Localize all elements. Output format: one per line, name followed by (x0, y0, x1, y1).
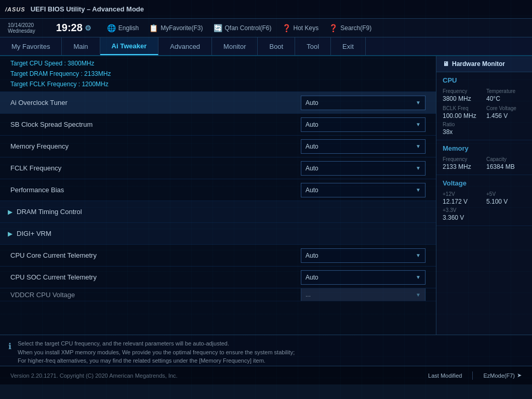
info-line1: Select the target CPU frequency, and the… (18, 339, 295, 348)
qfan-button[interactable]: 🔄 Qfan Control(F6) (214, 24, 272, 32)
target-dram-freq: Target DRAM Frequency : 2133MHz (10, 69, 425, 79)
v5-label: +5V (486, 191, 526, 197)
cpu-soc-telemetry-dropdown[interactable]: Auto ▼ (301, 270, 425, 285)
myfavorite-label: MyFavorite(F3) (161, 24, 203, 32)
vddcr-value: ... ▼ (301, 288, 425, 301)
cpu-soc-telemetry-label: CPU SOC Current Telemetry (10, 273, 301, 281)
settings-gear-icon[interactable]: ⚙ (85, 24, 91, 32)
footer-divider (472, 371, 473, 380)
memory-frequency-value: Auto ▼ (301, 139, 425, 154)
memory-metrics-grid: Frequency 2133 MHz Capacity 16384 MB (443, 156, 526, 170)
datetime-nav-bar: 10/14/2020 Wednesday 19:28 ⚙ 🌐 English 📋… (0, 19, 532, 37)
info-line3: For higher-freq alternatives, you may fi… (18, 356, 295, 365)
ez-mode-button[interactable]: EzMode(F7) ➤ (483, 372, 522, 379)
ai-overclock-label: Ai Overclock Tuner (10, 99, 301, 107)
sb-clock-dropdown[interactable]: Auto ▼ (301, 117, 425, 132)
memory-capacity-label: Capacity (486, 156, 526, 162)
digi-vrm-section[interactable]: ▶ DIGI+ VRM (0, 223, 436, 245)
memory-capacity-value: 16384 MB (486, 163, 526, 170)
search-icon: ❓ (329, 24, 338, 32)
version-text: Version 2.20.1271. Copyright (C) 2020 Am… (10, 373, 178, 379)
dram-timing-label: DRAM Timing Control (17, 208, 82, 216)
globe-icon: 🌐 (107, 24, 116, 32)
cpu-corevoltage-value: 1.456 V (486, 112, 526, 119)
v5-value: 5.100 V (486, 198, 526, 205)
info-icon: ℹ (8, 340, 11, 353)
last-modified-button[interactable]: Last Modified (428, 373, 462, 379)
cpu-soc-telemetry-value: Auto ▼ (301, 270, 425, 285)
footer: Version 2.20.1271. Copyright (C) 2020 Am… (0, 366, 532, 384)
search-button[interactable]: ❓ Search(F9) (329, 24, 371, 32)
cpu-metrics-grid: Frequency 3800 MHz Temperature 40°C BCLK… (443, 88, 526, 119)
info-text: Select the target CPU frequency, and the… (18, 339, 295, 365)
cpu-bclk-value: 100.00 MHz (443, 112, 482, 119)
memory-section-title: Memory (443, 144, 526, 152)
memory-section: Memory Frequency 2133 MHz Capacity 16384… (436, 140, 532, 175)
cpu-section-title: CPU (443, 76, 526, 84)
performance-bias-value: Auto ▼ (301, 183, 425, 197)
performance-bias-label: Performance Bias (10, 186, 301, 194)
date-line2: Wednesday (8, 28, 35, 34)
vddcr-dropdown[interactable]: ... ▼ (301, 288, 425, 301)
hotkeys-button[interactable]: ❓ Hot Keys (282, 24, 319, 32)
expand-arrow-icon: ▶ (8, 208, 12, 216)
language-button[interactable]: 🌐 English (107, 24, 139, 32)
dropdown-arrow-icon: ▼ (416, 100, 421, 105)
target-cpu-speed: Target CPU Speed : 3800MHz (10, 58, 425, 69)
nav-exit[interactable]: Exit (331, 37, 366, 55)
cpu-core-telemetry-label: CPU Core Current Telemetry (10, 251, 301, 259)
nav-aitweaker[interactable]: Ai Tweaker (100, 37, 159, 55)
dropdown-arrow-icon: ▼ (416, 165, 421, 171)
memory-frequency-item: Frequency 2133 MHz (443, 156, 482, 170)
brand-name: /ASUS (5, 6, 25, 12)
cpu-temperature-label: Temperature (486, 88, 526, 94)
memory-frequency-row: Memory Frequency Auto ▼ (0, 136, 436, 157)
sb-clock-label: SB Clock Spread Spectrum (10, 121, 301, 128)
cpu-temperature-item: Temperature 40°C (486, 88, 526, 102)
v12-item: +12V 12.172 V (443, 191, 482, 205)
nav-tool[interactable]: Tool (295, 37, 331, 55)
dram-timing-section[interactable]: ▶ DRAM Timing Control (0, 201, 436, 223)
ez-mode-icon: ➤ (517, 372, 522, 379)
expand-arrow-icon: ▶ (8, 230, 12, 237)
search-label: Search(F9) (340, 24, 371, 32)
qfan-label: Qfan Control(F6) (225, 24, 272, 32)
myfavorite-button[interactable]: 📋 MyFavorite(F3) (149, 24, 203, 32)
cpu-core-telemetry-row: CPU Core Current Telemetry Auto ▼ (0, 245, 436, 267)
memory-frequency-dropdown[interactable]: Auto ▼ (301, 139, 425, 154)
nav-monitor[interactable]: Monitor (212, 37, 258, 55)
nav-advanced[interactable]: Advanced (158, 37, 212, 55)
v33-label: +3.3V (443, 207, 526, 213)
memory-frequency-value: 2133 MHz (443, 163, 482, 170)
cpu-bclk-label: BCLK Freq (443, 105, 482, 111)
fclk-frequency-value: Auto ▼ (301, 161, 425, 176)
top-nav: 🌐 English 📋 MyFavorite(F3) 🔄 Qfan Contro… (107, 24, 371, 32)
nav-main[interactable]: Main (62, 37, 100, 55)
v12-label: +12V (443, 191, 482, 197)
v33-item: +3.3V 3.360 V (443, 207, 526, 221)
dropdown-arrow-icon: ▼ (416, 252, 421, 258)
ai-overclock-dropdown[interactable]: Auto ▼ (301, 96, 425, 110)
fclk-frequency-label: FCLK Frequency (10, 164, 301, 172)
dropdown-arrow-icon: ▼ (416, 122, 421, 127)
v12-value: 12.172 V (443, 198, 482, 205)
main-panel: Target CPU Speed : 3800MHz Target DRAM F… (0, 56, 436, 335)
cpu-bclk-item: BCLK Freq 100.00 MHz (443, 105, 482, 119)
fclk-frequency-row: FCLK Frequency Auto ▼ (0, 157, 436, 179)
voltage-metrics-grid: +12V 12.172 V +5V 5.100 V (443, 191, 526, 205)
hotkeys-icon: ❓ (282, 24, 291, 32)
voltage-section: Voltage +12V 12.172 V +5V 5.100 V +3.3V … (436, 175, 532, 226)
performance-bias-dropdown[interactable]: Auto ▼ (301, 183, 425, 197)
date-display: 10/14/2020 Wednesday (8, 22, 35, 34)
fclk-frequency-dropdown[interactable]: Auto ▼ (301, 161, 425, 176)
cpu-core-telemetry-dropdown[interactable]: Auto ▼ (301, 248, 425, 263)
digi-vrm-label: DIGI+ VRM (17, 230, 51, 237)
hardware-monitor-panel: 🖥 Hardware Monitor CPU Frequency 3800 MH… (436, 56, 532, 335)
nav-boot[interactable]: Boot (258, 37, 295, 55)
ai-overclock-value: Auto ▼ (301, 96, 425, 110)
dropdown-arrow-icon: ▼ (416, 274, 421, 280)
nav-myfavorites[interactable]: My Favorites (0, 37, 62, 55)
time-value: 19:28 (56, 22, 83, 34)
language-label: English (118, 24, 139, 32)
cpu-temperature-value: 40°C (486, 95, 526, 102)
